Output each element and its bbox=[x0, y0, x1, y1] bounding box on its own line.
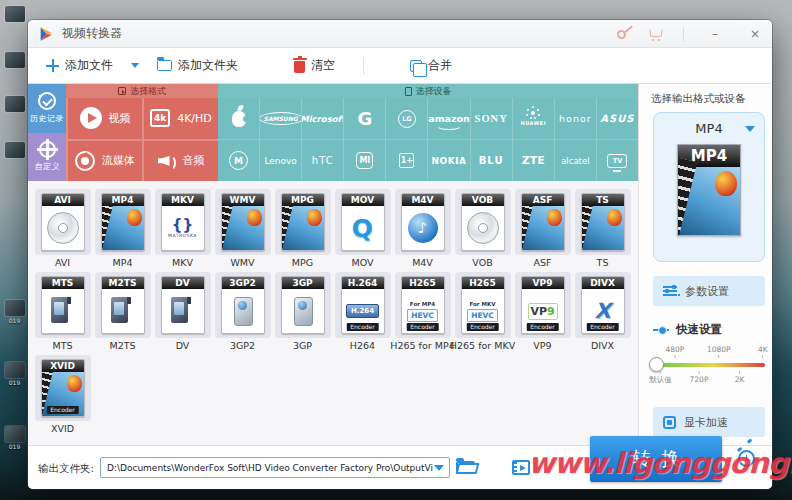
output-folder-combobox[interactable]: D:\Documents\WonderFox Soft\HD Video Con… bbox=[100, 457, 450, 478]
desktop-shortcut[interactable]: 019 bbox=[3, 426, 26, 450]
format-avi[interactable]: AVI AVI bbox=[35, 189, 91, 268]
format-file-icon: VOB bbox=[461, 193, 505, 251]
format-mkv[interactable]: MKV {}MATROSKA MKV bbox=[155, 189, 211, 268]
device-zte[interactable]: ZTE bbox=[513, 140, 554, 181]
resolution-slider[interactable]: 480P1080P4K 默认值720P2K bbox=[655, 345, 765, 389]
slider-track[interactable] bbox=[655, 363, 765, 367]
format-dv[interactable]: DV DV bbox=[155, 272, 211, 351]
format-file-icon: M2TS bbox=[101, 276, 145, 334]
format-vob[interactable]: VOB VOB bbox=[455, 189, 511, 268]
format-m4v[interactable]: M4V ♪ M4V bbox=[395, 189, 451, 268]
output-folder-label: 输出文件夹: bbox=[38, 462, 94, 476]
device-mi[interactable]: MI bbox=[344, 140, 385, 181]
clear-button[interactable]: 清空 bbox=[288, 53, 341, 78]
format-3gp2[interactable]: 3GP2 3GP2 bbox=[215, 272, 271, 351]
device-lg[interactable]: LG bbox=[386, 98, 427, 139]
device-nokia[interactable]: NOKIA bbox=[428, 140, 469, 181]
format-h265-for-mkv[interactable]: H265 For MKVHEVC Encoder H265 for MKV bbox=[455, 272, 511, 351]
add-file-dropdown-arrow[interactable] bbox=[131, 63, 139, 68]
format-h264[interactable]: H.264 H.264 Encoder H264 bbox=[335, 272, 391, 351]
format-grid: AVI AVI MP4 MP4 MKV {}MATROSKA MKV WMV bbox=[28, 181, 638, 445]
combo-dropdown-arrow[interactable] bbox=[434, 465, 444, 471]
device-amazon[interactable]: amazon bbox=[428, 98, 469, 139]
desktop-shortcut[interactable]: 019 bbox=[3, 362, 26, 386]
device-lenovo[interactable]: Lenovo bbox=[260, 140, 301, 181]
parameter-settings-button[interactable]: 参数设置 bbox=[653, 276, 765, 306]
output-panel: 选择输出格式或设备 MP4 MP4 参数设置 快速设置 480P1080P4K bbox=[638, 84, 772, 445]
format-3gp[interactable]: 3GP 3GP bbox=[275, 272, 331, 351]
selected-output-card[interactable]: MP4 MP4 bbox=[653, 112, 765, 262]
format-mp4[interactable]: MP4 MP4 bbox=[95, 189, 151, 268]
minimize-button[interactable]: – bbox=[706, 27, 724, 41]
titlebar: 视频转换器 – × bbox=[28, 20, 772, 48]
sidebar: 历史记录 自定义 bbox=[28, 84, 66, 181]
category-streaming[interactable]: 流媒体 bbox=[68, 141, 142, 182]
device-honor[interactable]: honor bbox=[555, 98, 596, 139]
close-button[interactable]: × bbox=[746, 27, 764, 41]
device-google[interactable]: G bbox=[344, 98, 385, 139]
format-ts[interactable]: TS TS bbox=[575, 189, 631, 268]
gpu-acceleration-button[interactable]: 显卡加速 bbox=[653, 407, 765, 437]
gpu-icon bbox=[663, 416, 676, 429]
format-file-icon: TS bbox=[581, 193, 625, 251]
sidebar-item-history[interactable]: 历史记录 bbox=[28, 84, 66, 133]
desktop-shortcut[interactable] bbox=[3, 52, 26, 69]
merge-icon bbox=[410, 60, 422, 72]
format-mov[interactable]: MOV Q MOV bbox=[335, 189, 391, 268]
device-motorola[interactable]: M bbox=[218, 140, 259, 181]
sidebar-item-custom[interactable]: 自定义 bbox=[28, 133, 66, 182]
merge-button[interactable]: 合并 bbox=[404, 53, 458, 78]
format-file-icon: 3GP bbox=[281, 276, 325, 334]
chevron-down-icon[interactable] bbox=[745, 126, 755, 132]
format-mpg[interactable]: MPG MPG bbox=[275, 189, 331, 268]
format-mts[interactable]: MTS MTS bbox=[35, 272, 91, 351]
format-category-panel: 选择格式 视频 4k 4K/HD 流媒体 音频 bbox=[66, 84, 218, 181]
desktop-shortcut[interactable] bbox=[3, 96, 26, 113]
format-file-icon: VP9 VP9 Encoder bbox=[521, 276, 565, 334]
format-m2ts[interactable]: M2TS M2TS bbox=[95, 272, 151, 351]
device-oneplus[interactable]: 1+ bbox=[386, 140, 427, 181]
format-vp9[interactable]: VP9 VP9 Encoder VP9 bbox=[515, 272, 571, 351]
device-asus[interactable]: ASUS bbox=[597, 98, 638, 139]
category-icon: 4k bbox=[150, 109, 170, 127]
format-divx[interactable]: DIVX X Encoder DIVX bbox=[575, 272, 631, 351]
window-title: 视频转换器 bbox=[62, 25, 122, 42]
toolbar: 添加文件 添加文件夹 清空 合并 bbox=[28, 48, 772, 84]
purchase-cart-icon[interactable] bbox=[648, 30, 661, 39]
plus-icon bbox=[46, 59, 59, 72]
open-output-folder-icon[interactable] bbox=[456, 461, 475, 474]
format-xvid[interactable]: XVID Encoder XVID bbox=[35, 355, 91, 434]
slider-handle[interactable] bbox=[649, 357, 664, 372]
category-4k-hd[interactable]: 4k 4K/HD bbox=[144, 98, 218, 139]
format-asf[interactable]: ASF ASF bbox=[515, 189, 571, 268]
slider-labels-top: 480P1080P4K bbox=[655, 345, 765, 355]
app-window: 视频转换器 – × 添加文件 添加文件夹 清空 合并 bbox=[28, 20, 772, 489]
add-file-button[interactable]: 添加文件 bbox=[40, 53, 119, 78]
desktop-shortcut[interactable] bbox=[3, 142, 26, 159]
device-samsung[interactable]: SAMSUNG bbox=[260, 98, 301, 139]
format-h265-for-mp4[interactable]: H265 For MP4HEVC Encoder H265 for MP4 bbox=[395, 272, 451, 351]
category-video[interactable]: 视频 bbox=[68, 98, 142, 139]
device-blu[interactable]: BLU bbox=[471, 140, 512, 181]
category-audio[interactable]: 音频 bbox=[144, 141, 218, 182]
add-folder-button[interactable]: 添加文件夹 bbox=[151, 53, 244, 78]
register-key-icon[interactable] bbox=[615, 28, 628, 41]
desktop-shortcut[interactable]: 019 bbox=[3, 300, 26, 324]
selected-format-label: MP4 bbox=[654, 113, 764, 136]
device-apple[interactable] bbox=[218, 98, 259, 139]
play-box-icon bbox=[118, 87, 126, 95]
toolbar-separator bbox=[363, 57, 364, 75]
device-sony[interactable]: SONY bbox=[471, 98, 512, 139]
category-icon bbox=[80, 107, 102, 129]
device-alcatel[interactable]: alcatel bbox=[555, 140, 596, 181]
format-file-icon: DV bbox=[161, 276, 205, 334]
device-htc[interactable]: hTC bbox=[302, 140, 343, 181]
titlebar-separator bbox=[683, 27, 684, 41]
slider-knob-icon bbox=[653, 326, 669, 334]
device-tv[interactable]: TV bbox=[597, 140, 638, 181]
device-microsoft[interactable]: Microsoft bbox=[302, 98, 343, 139]
device-huawei[interactable]: HUAWEI bbox=[513, 98, 554, 139]
format-wmv[interactable]: WMV WMV bbox=[215, 189, 271, 268]
desktop-shortcut[interactable] bbox=[3, 6, 26, 23]
format-file-icon: H265 For MP4HEVC Encoder bbox=[401, 276, 445, 334]
